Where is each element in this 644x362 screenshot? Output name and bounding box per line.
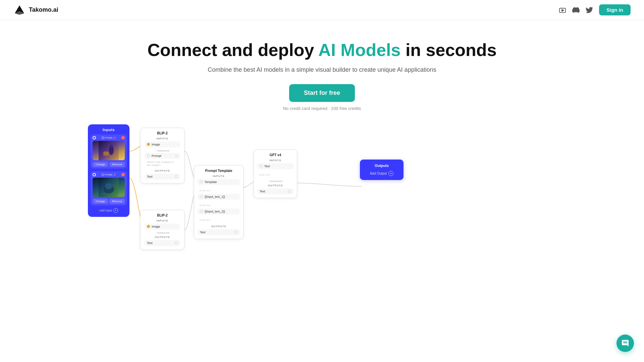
input-image-2 bbox=[93, 178, 125, 197]
svg-rect-5 bbox=[99, 141, 119, 160]
gpt-output-row: Text bbox=[257, 188, 293, 194]
blip2-bottom-title: BLIP-2 bbox=[145, 214, 180, 217]
gpt-text-placeholder: Enter text bbox=[259, 173, 270, 176]
image-2-visual bbox=[99, 178, 119, 197]
input-2-remove[interactable] bbox=[121, 173, 125, 176]
outputs-card: Outputs Add Output + bbox=[360, 160, 404, 180]
signin-button[interactable]: Sign in bbox=[599, 4, 631, 15]
blip2-bottom-image-row: Image bbox=[145, 224, 180, 230]
prompt-output-text: Text bbox=[200, 231, 206, 234]
hero-title-part2: in seconds bbox=[400, 40, 496, 60]
gpt-inputs-label: INPUTS bbox=[257, 159, 293, 162]
prompt-input1-label: {{input_text_1}} bbox=[205, 195, 225, 198]
blip2-top-output-text: Text bbox=[147, 175, 153, 178]
logo[interactable]: Takomo.ai bbox=[13, 4, 58, 16]
input-image-1 bbox=[93, 141, 125, 160]
prompt-outputs-label: OUTPUTS bbox=[198, 225, 240, 228]
prompt-input2-row: {{input_text_2}} bbox=[198, 208, 240, 215]
blip2-bottom-output-row: Text bbox=[145, 240, 180, 246]
add-output-icon: + bbox=[388, 171, 393, 176]
blip2-top-output-dot bbox=[175, 175, 178, 178]
blip2-top-outputs-label: OUTPUTS bbox=[145, 169, 180, 172]
svg-point-14 bbox=[105, 183, 112, 189]
prompt-template-placeholder: Enter text bbox=[200, 189, 210, 192]
blip2-bottom-advanced[interactable]: ↓ Advanced bbox=[145, 231, 180, 234]
input-dot-2 bbox=[93, 173, 96, 176]
prompt-template-dot bbox=[200, 180, 203, 183]
prompt-template-card: Prompt Template INPUTS Template Enter te… bbox=[194, 165, 244, 239]
blip2-top-advanced[interactable]: ↓ Advanced bbox=[145, 149, 180, 152]
input-2-remove-btn[interactable]: Remove bbox=[109, 199, 125, 204]
diagram-area: Inputs Image_1 bbox=[0, 124, 644, 279]
gpt-text-row: Text bbox=[257, 163, 293, 169]
blip2-bottom-dot bbox=[147, 225, 150, 228]
blip2-bottom-card: BLIP-2 INPUTS Image ↓ Advanced OUTPUTS T… bbox=[140, 210, 184, 250]
gpt-output-dot bbox=[288, 190, 291, 193]
gpt-output-text: Text bbox=[260, 190, 265, 193]
input-1-remove-btn[interactable]: Remove bbox=[109, 162, 125, 167]
input-dot-1 bbox=[93, 136, 96, 139]
input-item-1-label: Image_1 bbox=[105, 136, 115, 139]
svg-point-7 bbox=[110, 144, 113, 148]
add-input-label: Add Input bbox=[99, 209, 112, 212]
svg-rect-9 bbox=[102, 174, 104, 176]
twitter-icon[interactable] bbox=[586, 6, 593, 14]
input-item-2-label: Image_2 bbox=[105, 173, 115, 176]
navbar: Takomo.ai Sign in bbox=[0, 0, 644, 20]
blip2-bottom-outputs-label: OUTPUTS bbox=[145, 236, 180, 239]
svg-text:i: i bbox=[176, 155, 176, 157]
discord-icon[interactable] bbox=[572, 6, 580, 14]
prompt-input2-label: {{input_text_2}} bbox=[205, 210, 225, 213]
gpt-advanced[interactable]: ↓ Advanced bbox=[257, 180, 293, 183]
logo-text: Takomo.ai bbox=[29, 6, 58, 13]
blip2-bottom-output-dot bbox=[175, 241, 178, 244]
blip2-top-output-row: Text bbox=[145, 174, 180, 180]
logo-icon bbox=[13, 4, 25, 16]
input-item-2: Image_2 bbox=[91, 171, 127, 205]
prompt-input1-dot bbox=[200, 195, 203, 198]
hero-title-part1: Connect and deploy bbox=[147, 40, 318, 60]
prompt-output-row: Text bbox=[198, 229, 240, 235]
chat-bubble[interactable] bbox=[616, 335, 634, 352]
gpt-title: GPT v4 bbox=[257, 153, 293, 157]
prompt-inputs-label: INPUTS bbox=[198, 175, 240, 178]
blip2-top-title: BLIP-2 bbox=[145, 131, 180, 135]
svg-rect-8 bbox=[103, 152, 109, 156]
blip2-top-info-icon: i bbox=[175, 155, 178, 157]
prompt-input1-placeholder: Enter text bbox=[200, 204, 210, 207]
hero-title: Connect and deploy AI Models in seconds bbox=[147, 40, 496, 60]
image-1-visual bbox=[99, 141, 119, 160]
inputs-card: Inputs Image_1 bbox=[88, 124, 129, 217]
gpt-text-dot bbox=[260, 165, 263, 168]
prompt-input2-dot bbox=[200, 210, 203, 213]
add-output-row[interactable]: Add Output + bbox=[364, 171, 399, 176]
start-free-button[interactable]: Start for free bbox=[289, 84, 355, 102]
prompt-input2-placeholder: Enter text bbox=[200, 219, 210, 222]
hero-section: Connect and deploy AI Models in seconds … bbox=[0, 20, 644, 111]
hero-title-accent: AI Models bbox=[318, 40, 401, 60]
prompt-template-title: Prompt Template bbox=[198, 169, 240, 173]
hero-subtitle: Combine the best AI models in a simple v… bbox=[208, 66, 436, 73]
calendar-icon-2 bbox=[102, 173, 104, 176]
blip2-top-dot bbox=[147, 143, 150, 146]
blip2-top-prompt-row: Prompt i bbox=[145, 153, 180, 159]
outputs-card-title: Outputs bbox=[364, 164, 399, 168]
gpt-text-label: Text bbox=[264, 165, 270, 168]
blip2-top-prompt-text: What is the creature in this image? bbox=[147, 161, 178, 167]
prompt-template-row: Template bbox=[198, 179, 240, 185]
input-2-change-btn[interactable]: Change bbox=[93, 199, 108, 204]
input-1-change-btn[interactable]: Change bbox=[93, 162, 108, 167]
prompt-template-label: Template bbox=[205, 180, 217, 184]
add-input-row[interactable]: Add Input + bbox=[91, 208, 127, 213]
youtube-icon[interactable] bbox=[559, 6, 566, 14]
blip2-bottom-output-text: Text bbox=[147, 241, 153, 245]
blip2-top-image-row: Image bbox=[145, 141, 180, 147]
chat-icon bbox=[621, 339, 629, 347]
blip2-top-card: BLIP-2 INPUTS Image ↓ Advanced Prompt i … bbox=[140, 128, 184, 183]
blip2-top-inputs-label: INPUTS bbox=[145, 137, 180, 140]
blip2-top-prompt-label: Prompt bbox=[152, 154, 161, 158]
input-1-remove[interactable] bbox=[121, 136, 125, 139]
blip2-bottom-image-label: Image bbox=[152, 225, 160, 228]
gpt-outputs-label: OUTPUTS bbox=[257, 184, 293, 187]
gpt-v4-card: GPT v4 INPUTS Text Enter text ↓ Advanced… bbox=[254, 149, 297, 198]
